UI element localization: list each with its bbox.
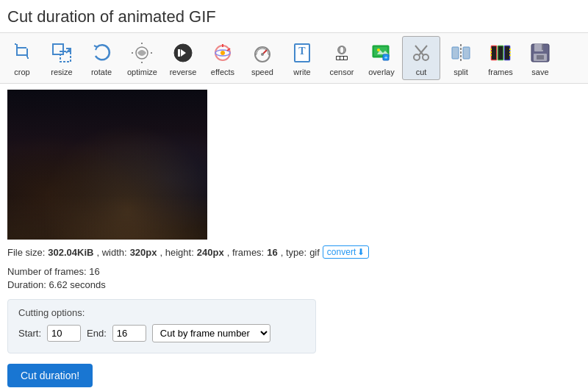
- svg-point-32: [340, 46, 344, 54]
- tool-effects-label: effects: [211, 68, 234, 76]
- overlay-icon: +: [368, 40, 395, 66]
- tool-censor[interactable]: censor: [323, 36, 361, 80]
- tool-split[interactable]: split: [442, 36, 480, 80]
- end-input[interactable]: [112, 325, 146, 342]
- duration-stat: Duration: 6.62 seconds: [7, 279, 581, 290]
- svg-text:+: +: [384, 54, 388, 61]
- svg-rect-59: [509, 51, 511, 53]
- svg-rect-48: [463, 47, 470, 59]
- tool-cut-label: cut: [416, 68, 427, 76]
- svg-point-43: [423, 54, 429, 60]
- frames-stat-label: Number of frames:: [7, 266, 89, 277]
- svg-point-24: [261, 53, 264, 56]
- cutting-options-section: Cutting options: Start: End: Cut by fram…: [7, 299, 316, 353]
- toolbar: crop resize rotate: [0, 32, 588, 84]
- page-title: Cut duration of animated GIF: [0, 0, 588, 32]
- svg-rect-35: [340, 57, 343, 60]
- tool-cut[interactable]: cut: [402, 36, 440, 80]
- cutting-options-title: Cutting options:: [18, 307, 305, 318]
- stats-section: Number of frames: 16 Duration: 6.62 seco…: [7, 266, 581, 290]
- tool-reverse-label: reverse: [170, 68, 197, 76]
- duration-stat-label: Duration:: [7, 279, 49, 290]
- svg-line-26: [266, 48, 268, 50]
- svg-point-39: [377, 48, 380, 51]
- file-info: File size: 302.04KiB , width: 320px , he…: [7, 245, 581, 259]
- convert-button[interactable]: convert ⬇: [323, 245, 369, 259]
- width-label: , width:: [96, 247, 126, 258]
- gif-preview-image: [7, 90, 207, 240]
- tool-rotate[interactable]: rotate: [82, 36, 121, 80]
- svg-rect-6: [53, 44, 63, 54]
- svg-rect-0: [16, 44, 18, 56]
- frames-value: 16: [267, 247, 277, 258]
- svg-rect-16: [178, 49, 180, 57]
- frames-icon: [487, 40, 514, 66]
- type-value: gif: [309, 247, 320, 258]
- resize-icon: [49, 40, 75, 66]
- tool-overlay[interactable]: + overlay: [362, 36, 401, 80]
- end-label: End:: [87, 328, 107, 339]
- tool-crop-label: crop: [14, 68, 29, 76]
- svg-rect-55: [490, 48, 492, 50]
- svg-rect-34: [337, 57, 340, 60]
- frames-label: , frames:: [227, 247, 265, 258]
- tool-crop[interactable]: crop: [3, 36, 41, 80]
- frames-stat-value: 16: [89, 266, 99, 277]
- write-icon: T: [289, 40, 315, 66]
- svg-rect-56: [490, 51, 492, 53]
- tool-save[interactable]: save: [521, 36, 559, 80]
- svg-rect-2: [26, 48, 28, 57]
- censor-icon: [329, 40, 355, 66]
- tool-speed[interactable]: speed: [243, 36, 282, 80]
- svg-point-42: [414, 54, 420, 60]
- duration-stat-value: 6.62 seconds: [49, 279, 105, 290]
- frames-stat: Number of frames: 16: [7, 266, 581, 277]
- effects-icon: [209, 40, 236, 66]
- cut-duration-button[interactable]: Cut duration!: [7, 364, 93, 387]
- tool-effects[interactable]: effects: [204, 36, 242, 80]
- start-label: Start:: [18, 328, 41, 339]
- type-label: , type:: [281, 247, 306, 258]
- tool-optimize[interactable]: optimize: [122, 36, 162, 80]
- main-content: File size: 302.04KiB , width: 320px , he…: [0, 84, 588, 388]
- svg-rect-54: [505, 46, 509, 60]
- svg-rect-3: [18, 47, 26, 48]
- tool-frames[interactable]: frames: [481, 36, 520, 80]
- svg-rect-63: [542, 44, 543, 50]
- tool-censor-label: censor: [329, 68, 354, 76]
- reverse-icon: [170, 40, 196, 66]
- filesize-label: File size:: [7, 247, 45, 258]
- svg-rect-65: [537, 55, 544, 60]
- gif-preview: [7, 90, 207, 240]
- width-value: 320px: [130, 247, 157, 258]
- svg-text:T: T: [298, 46, 306, 57]
- tool-write-label: write: [293, 68, 310, 76]
- svg-rect-7: [60, 51, 71, 62]
- tool-resize[interactable]: resize: [43, 36, 81, 80]
- tool-resize-label: resize: [51, 68, 72, 76]
- filesize-value: 302.04KiB: [48, 247, 93, 258]
- crop-icon: [9, 40, 35, 66]
- height-label: , height:: [160, 247, 194, 258]
- tool-frames-label: frames: [488, 68, 513, 76]
- split-icon: [448, 40, 474, 66]
- svg-rect-50: [492, 46, 496, 60]
- tool-optimize-label: optimize: [127, 68, 157, 76]
- rotate-icon: [88, 40, 115, 66]
- tool-split-label: split: [453, 68, 468, 76]
- svg-line-25: [257, 48, 259, 50]
- svg-point-19: [220, 51, 225, 55]
- cut-icon: [408, 40, 434, 66]
- svg-rect-47: [452, 47, 459, 59]
- start-input[interactable]: [47, 325, 81, 342]
- height-value: 240px: [197, 247, 224, 258]
- cutting-row: Start: End: Cut by frame number Cut by t…: [18, 324, 305, 342]
- save-icon: [527, 40, 553, 66]
- cut-method-select[interactable]: Cut by frame number Cut by time (seconds…: [152, 324, 270, 342]
- svg-rect-58: [509, 48, 511, 50]
- svg-rect-57: [490, 54, 492, 56]
- tool-write[interactable]: T write: [283, 36, 321, 80]
- tool-reverse[interactable]: reverse: [164, 36, 202, 80]
- convert-label: convert: [327, 247, 356, 257]
- svg-rect-1: [16, 54, 28, 56]
